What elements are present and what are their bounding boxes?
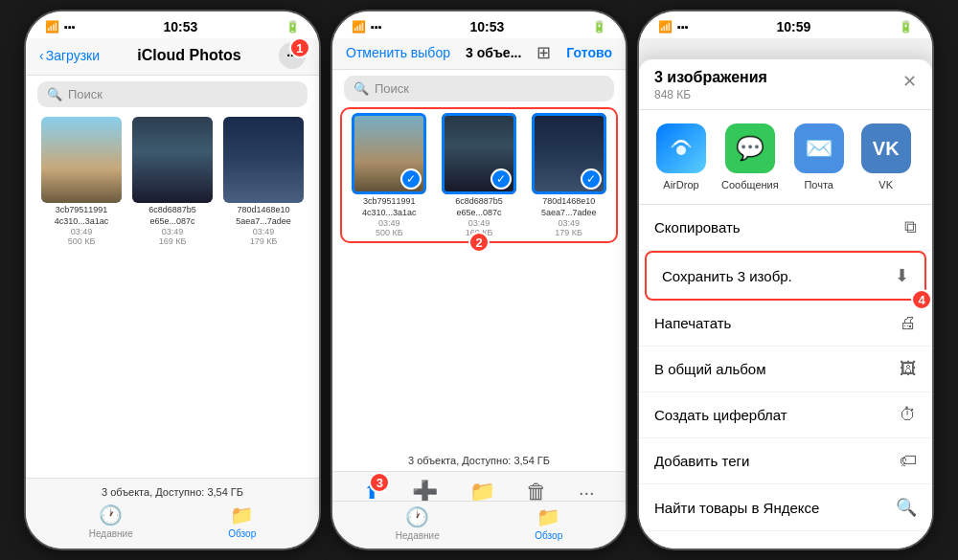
photo-thumb-sky-sel: ✓ [352,113,426,194]
tags-icon: 🏷 [900,451,917,471]
photo-label: 780d1468e10 5aea7...7adee [223,205,304,227]
main-container: 📶 ▪▪▪ 10:53 🔋 ‹ Загрузки iCloud Photos ·… [5,5,953,555]
photo-label: 3cb79511991 4c310...3a1ac [352,196,426,218]
phone2-search[interactable]: 🔍 Поиск [344,76,614,101]
photo-label: 6c8d6887b5 e65e...087c [442,196,516,218]
panel-subtitle: 848 КБ [654,88,767,101]
grid-view-icon[interactable]: ⊞ [536,42,551,63]
phone1-search[interactable]: 🔍 Поиск [37,81,308,107]
phone1-bottom-status: 3 объекта, Доступно: 3,54 ГБ [41,486,304,498]
tab-recent-label: Недавние [89,528,133,539]
photo-meta-time: 03:49 [71,227,93,236]
vk-icon: VK [861,123,911,173]
wifi-icon: 📶 [45,20,59,34]
share-panel: 3 изображения 848 КБ ✕ AirDrop [639,59,932,549]
share-app-airdrop[interactable]: AirDrop [654,123,708,190]
pinterest-label: Сохранить в Pinterest [654,546,798,550]
signal-icon: ▪▪▪ [64,21,76,33]
search-placeholder: Поиск [68,87,103,101]
photo-label: 780d1468e10 5aea7...7adee [532,196,606,218]
photo-thumb-dark1-sel: ✓ [442,113,516,194]
share-app-vk[interactable]: VK VK [859,123,913,190]
tab-overview-p2[interactable]: 📁 Обзор [535,505,562,541]
phone2-tab-bar: 🕐 Недавние 📁 Обзор [348,505,610,541]
phone2-status-left: 📶 ▪▪▪ [352,20,382,34]
photo-label: 3cb79511991 4c310...3a1ac [41,205,122,227]
battery-icon: 🔋 [285,20,300,34]
phone3: 📶 ▪▪▪ 10:59 🔋 3 изображения 848 КБ ✕ [637,10,934,550]
chevron-left-icon: ‹ [39,48,44,63]
step-badge-1: 1 [289,37,310,58]
airdrop-label: AirDrop [663,179,698,190]
menu-item-tags[interactable]: Добавить теги 🏷 [639,438,932,484]
menu-item-pinterest[interactable]: Сохранить в Pinterest P [639,531,932,550]
search-icon: 🔍 [47,87,62,101]
cancel-selection-button[interactable]: Отменить выбор [346,45,450,60]
pinterest-icon: P [905,544,917,550]
share-app-messages[interactable]: 💬 Сообщения [721,123,779,190]
tab-recent-p2[interactable]: 🕐 Недавние [396,505,440,541]
clock-icon: ⏱ [900,405,917,425]
list-item[interactable]: 6c8d6887b5 e65e...087c 03:49 169 КБ [128,117,217,246]
more-btn-wrap: ··· 1 [279,42,306,69]
phone1-status-left: 📶 ▪▪▪ [45,20,76,34]
phone1-photo-grid: 3cb79511991 4c310...3a1ac 03:49 500 КБ 6… [26,113,319,250]
phone1-status-right: 🔋 [285,20,300,34]
phone2-bottom-status: 3 объекта, Доступно: 3,54 ГБ [332,455,626,466]
list-item[interactable]: ✓ 780d1468e10 5aea7...7adee 03:49 179 КБ [525,113,612,237]
wifi-icon: 📶 [658,20,673,34]
photo-meta-time: 03:49 [253,227,275,236]
photo-thumb-dark2-sel: ✓ [532,113,606,194]
list-item[interactable]: ✓ 6c8d6887b5 e65e...087c 03:49 169 КБ [436,113,523,237]
back-button[interactable]: ‹ Загрузки [39,48,100,63]
list-item[interactable]: 780d1468e10 5aea7...7adee 03:49 179 КБ [219,117,308,246]
menu-item-save[interactable]: Сохранить 3 изобр. ⬇ [645,251,926,301]
photo-meta-time: 03:49 [378,218,400,228]
mail-icon: ✉️ [794,123,844,173]
recent-icon: 🕐 [405,505,429,528]
panel-header: 3 изображения 848 КБ ✕ [639,59,932,110]
yandex-icon: 🔍 [896,497,917,518]
phone1-title: iCloud Photos [137,47,240,64]
phone1-bottom-bar: 3 объекта, Доступно: 3,54 ГБ 🕐 Недавние … [26,478,319,549]
print-icon: 🖨 [900,313,917,333]
signal-icon: ▪▪▪ [677,21,689,33]
overview-icon: 📁 [230,504,254,526]
clock-label: Создать циферблат [654,407,787,423]
overview-icon: 📁 [536,505,560,528]
photo-meta-size: 179 КБ [250,236,278,246]
panel-header-text: 3 изображения 848 КБ [654,69,767,101]
tab-overview[interactable]: 📁 Обзор [228,504,256,539]
wifi-icon: 📶 [352,20,366,34]
photo-thumb-dark1 [132,117,213,203]
phone2-status-right: 🔋 [592,20,606,34]
list-item[interactable]: 3cb79511991 4c310...3a1ac 03:49 500 КБ [37,117,125,246]
copy-label: Скопировать [654,219,741,235]
phone2-sel-nav: Отменить выбор 3 объе... ⊞ Готово [332,38,626,70]
messages-label: Сообщения [721,179,779,190]
share-app-mail[interactable]: ✉️ Почта [792,123,846,190]
menu-item-copy[interactable]: Скопировать ⧉ [639,205,932,251]
menu-item-album[interactable]: В общий альбом 🖼 [639,347,932,392]
step-badge-2: 2 [468,232,490,253]
save-icon: ⬇ [895,265,909,286]
menu-item-yandex[interactable]: Найти товары в Яндексе 🔍 [639,484,932,531]
photo-thumb-dark2 [223,117,304,203]
step-badge-4: 4 [911,289,932,310]
battery-icon: 🔋 [592,20,606,34]
close-button[interactable]: ✕ [902,71,917,92]
phone1-nav-bar: ‹ Загрузки iCloud Photos ··· 1 [26,38,319,76]
phone1-tab-bar: 🕐 Недавние 📁 Обзор [41,504,304,539]
list-item[interactable]: ✓ 3cb79511991 4c310...3a1ac 03:49 500 КБ [346,113,433,237]
phone2-tab-bar-wrap: 🕐 Недавние 📁 Обзор [332,501,626,549]
tab-overview-label: Обзор [228,528,256,539]
phone2-photo-grid: ✓ 3cb79511991 4c310...3a1ac 03:49 500 КБ… [346,113,612,237]
menu-item-print[interactable]: Напечатать 🖨 [639,301,932,347]
done-button[interactable]: Готово [566,45,612,60]
vk-label: VK [878,179,893,190]
phone2: 📶 ▪▪▪ 10:53 🔋 Отменить выбор 3 объе... ⊞… [331,10,627,550]
menu-item-clock[interactable]: Создать циферблат ⏱ [639,392,932,438]
recent-icon: 🕐 [99,504,123,526]
tab-recent[interactable]: 🕐 Недавние [89,504,133,539]
menu-list: Скопировать ⧉ Сохранить 3 изобр. ⬇ 4 Нап… [639,205,932,550]
